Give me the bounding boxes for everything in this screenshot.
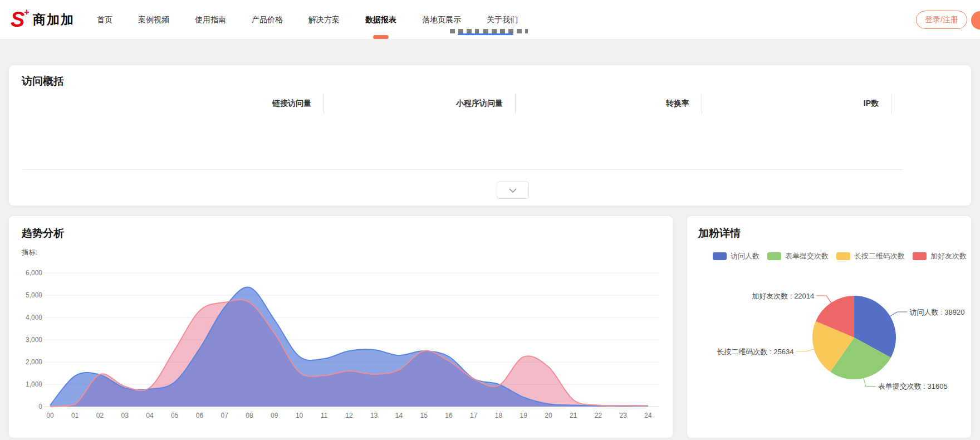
x-axis-label: 24 (644, 412, 652, 419)
legend-swatch (913, 252, 927, 260)
x-axis-label: 04 (146, 412, 154, 419)
expand-button[interactable] (497, 182, 529, 199)
overview-table: 链接访问量小程序访问量转换率IP数 (22, 94, 958, 167)
fans-detail-card: 加粉详情 访问人数表单提交次数长按二维码次数加好友次数 访问人数 : 38920… (687, 216, 971, 438)
clipped-subtab-text[interactable] (450, 29, 479, 33)
legend-label: 长按二维码次数 (854, 251, 905, 261)
table-spacer (891, 94, 958, 114)
nav-item-案例视频[interactable]: 案例视频 (138, 0, 169, 40)
pie-callout-line (816, 296, 831, 303)
legend-swatch (836, 252, 850, 260)
column-header-IP数: IP数 (702, 94, 891, 114)
overview-divider (23, 169, 903, 170)
x-axis-label: 16 (445, 412, 453, 419)
pie-callout-label: 访问人数 : 38920 (909, 308, 964, 316)
x-axis-label: 08 (246, 412, 253, 419)
y-axis-label: 0 (38, 403, 42, 410)
x-axis-label: 15 (420, 412, 428, 419)
x-axis-label: 01 (71, 412, 79, 419)
x-axis-label: 14 (395, 412, 403, 419)
legend-item-访问人数[interactable]: 访问人数 (713, 251, 759, 261)
x-axis-label: 11 (321, 412, 328, 419)
top-nav-bar: S + 商加加 首页案例视频使用指南产品价格解决方案数据报表落地页展示关于我们 … (0, 0, 980, 40)
y-axis-label: 5,000 (26, 291, 42, 299)
pie-legend: 访问人数表单提交次数长按二维码次数加好友次数 (713, 251, 967, 261)
column-header-转换率: 转换率 (516, 94, 702, 114)
legend-item-加好友次数[interactable]: 加好友次数 (913, 251, 967, 261)
clipped-subtab-text[interactable] (483, 29, 528, 33)
table-spacer (516, 114, 702, 140)
x-axis-label: 13 (370, 412, 378, 419)
x-axis-label: 07 (221, 412, 229, 419)
column-header-链接访问量: 链接访问量 (146, 94, 324, 114)
active-nav-underline (373, 35, 389, 39)
y-axis-label: 4,000 (26, 314, 42, 321)
legend-label: 访问人数 (731, 251, 759, 261)
logo-mark-icon: S + (11, 8, 31, 31)
y-axis-label: 2,000 (26, 358, 42, 366)
login-register-button[interactable]: 登录/注册 (916, 11, 967, 29)
nav-item-产品价格[interactable]: 产品价格 (252, 0, 283, 40)
overview-title: 访问概括 (22, 74, 64, 89)
metric-label: 指标: (22, 248, 37, 257)
x-axis-label: 06 (196, 412, 204, 419)
nav-item-数据报表[interactable]: 数据报表 (365, 0, 396, 40)
y-axis-label: 3,000 (26, 336, 42, 344)
y-axis-label: 6,000 (26, 269, 42, 277)
x-axis-label: 23 (620, 412, 628, 419)
nav-item-解决方案[interactable]: 解决方案 (308, 0, 340, 40)
x-axis-label: 21 (570, 412, 577, 419)
x-axis-label: 00 (46, 412, 54, 419)
nav-item-首页[interactable]: 首页 (97, 0, 112, 40)
logo[interactable]: S + 商加加 (11, 8, 75, 31)
x-axis-label: 10 (296, 412, 303, 419)
chevron-down-icon (509, 188, 517, 193)
pie-callout-label: 表单提交次数 : 31605 (878, 382, 948, 390)
legend-swatch (713, 252, 727, 260)
x-axis-label: 05 (171, 412, 179, 419)
x-axis-label: 09 (271, 412, 278, 419)
x-axis-label: 12 (345, 412, 353, 419)
fans-title: 加粉详情 (698, 226, 741, 241)
x-axis-label: 19 (520, 412, 528, 419)
trend-area-chart: 01,0002,0003,0004,0005,0006,000000102030… (20, 260, 664, 427)
trend-analysis-card: 趋势分析 指标: 01,0002,0003,0004,0005,0006,000… (9, 216, 673, 438)
table-spacer (22, 94, 146, 114)
trend-title: 趋势分析 (22, 226, 64, 241)
legend-label: 加好友次数 (930, 251, 967, 261)
svg-text:S: S (11, 8, 24, 31)
pie-callout-line (890, 312, 908, 316)
logo-text: 商加加 (33, 11, 75, 28)
svg-text:+: + (24, 8, 30, 17)
nav-item-使用指南[interactable]: 使用指南 (195, 0, 226, 40)
pie-callout-line (864, 378, 876, 387)
x-axis-label: 18 (495, 412, 503, 419)
main-nav: 首页案例视频使用指南产品价格解决方案数据报表落地页展示关于我们 (97, 0, 518, 40)
table-spacer (146, 114, 324, 140)
visit-overview-card: 访问概括 链接访问量小程序访问量转换率IP数 (9, 65, 971, 206)
legend-item-长按二维码次数[interactable]: 长按二维码次数 (836, 251, 905, 261)
nav-item-落地页展示[interactable]: 落地页展示 (422, 0, 461, 40)
pie-callout-label: 加好友次数 : 22014 (752, 292, 814, 300)
x-axis-label: 17 (470, 412, 478, 419)
x-axis-label: 20 (545, 412, 552, 419)
pie-callout-label: 长按二维码次数 : 25634 (717, 348, 794, 356)
table-spacer (22, 114, 146, 140)
legend-swatch (767, 252, 781, 260)
x-axis-label: 03 (121, 412, 129, 419)
register-cutoff-button[interactable] (971, 11, 980, 30)
subtab-active-underline (458, 33, 513, 35)
fans-pie-chart: 访问人数 : 38920表单提交次数 : 31605长按二维码次数 : 2563… (687, 272, 971, 438)
pie-callout-line (796, 349, 815, 352)
legend-label: 表单提交次数 (785, 251, 829, 261)
legend-item-表单提交次数[interactable]: 表单提交次数 (767, 251, 829, 261)
y-axis-label: 1,000 (26, 380, 42, 388)
table-spacer (324, 114, 516, 140)
x-axis-label: 02 (96, 412, 104, 419)
x-axis-label: 22 (595, 412, 602, 419)
column-header-小程序访问量: 小程序访问量 (324, 94, 516, 114)
